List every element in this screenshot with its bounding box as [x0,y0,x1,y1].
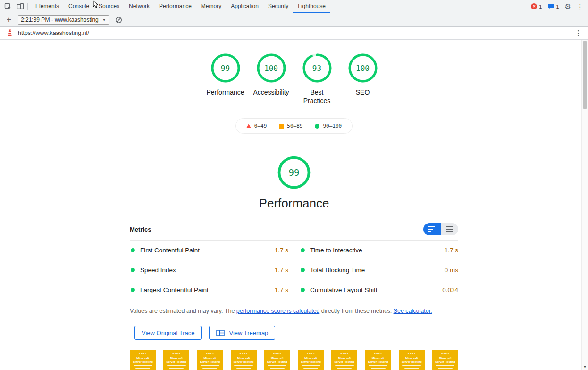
see-calculator-link[interactable]: See calculator. [394,308,432,314]
performance-score: 99 [210,53,241,83]
performance-gauge: 99 [210,53,241,83]
device-toolbar-icon[interactable] [14,1,26,12]
toggle-bar [428,231,431,232]
report-options-kebab-icon[interactable]: ⋮ [575,29,582,37]
metric-value: 1.7 s [275,286,288,293]
thumb-text-line [402,365,421,366]
lighthouse-toolbar: + 2:21:39 PM - www.kaashosting ▼ [0,13,588,27]
thumb-site-logo: KAAS [331,352,357,355]
thumb-site-logo: KAAS [197,352,223,355]
toggle-bar [446,226,453,227]
devtools-tabs: Elements Console Sources Network Perform… [31,0,330,13]
accessibility-label: Accessibility [253,88,289,96]
thumb-text-line [270,368,285,369]
metrics-title: Metrics [130,226,151,233]
scrollbar-thumb[interactable] [583,41,587,109]
tab-memory[interactable]: Memory [196,0,226,13]
disclaimer-text: Values are estimated and may vary. The [130,308,236,314]
thumb-page-title: Minecraft Server Hosting [298,357,324,363]
metric-value: 1.7 s [275,267,288,274]
seo-score: 100 [348,53,378,83]
error-count-badge[interactable]: ✕ 1 [531,3,542,9]
view-original-trace-button[interactable]: View Original Trace [134,326,202,340]
devtools-tabbar: Elements Console Sources Network Perform… [0,0,588,13]
inspect-element-icon[interactable] [2,1,14,12]
tab-performance[interactable]: Performance [154,0,196,13]
tab-security[interactable]: Security [263,0,293,13]
metric-first-contentful-paint: First Contentful Paint 1.7 s [130,241,288,260]
accessibility-score: 100 [256,53,286,83]
metrics-collapsed-view-button[interactable] [423,223,441,235]
tab-application[interactable]: Application [226,0,263,13]
disclaimer-text: directly from these metrics. [319,308,393,314]
thumb-site-logo: KAAS [365,352,391,355]
settings-gear-icon[interactable]: ⚙ [565,2,571,11]
new-report-plus-icon[interactable]: + [4,15,14,25]
metric-pass-dot-icon [131,288,135,292]
metric-value: 1.7 s [275,247,288,254]
error-icon: ✕ [531,3,537,9]
best-practices-label: Best Practices [296,88,338,105]
thumb-text-line [201,365,219,366]
thumb-text-line [236,368,251,369]
performance-big-gauge: 99 [277,155,311,189]
average-square-icon [279,124,284,129]
performance-big-score: 99 [277,155,311,189]
thumb-page-title: Minecraft Server Hosting [399,357,425,363]
tab-sources[interactable]: Sources [94,0,124,13]
thumb-text-line [268,365,286,366]
thumb-text-line [404,368,419,369]
tab-lighthouse[interactable]: Lighthouse [293,0,330,13]
thumb-page-title: Minecraft Server Hosting [365,357,391,363]
tab-console[interactable]: Console [64,0,94,13]
toggle-bar [446,229,453,230]
performance-buttons: View Original Trace View Treemap [130,326,458,340]
fail-triangle-icon [246,124,251,128]
metric-value: 0.034 [442,286,458,293]
thumb-text-line [234,365,253,366]
performance-section-title: Performance [259,196,329,211]
performance-label: Performance [206,88,244,96]
report-select-label: 2:21:39 PM - www.kaashosting [21,17,99,23]
thumb-text-line [169,368,184,369]
legend-average-range: 50–89 [287,123,302,129]
clear-reports-icon[interactable] [113,14,125,26]
thumb-text-line [337,368,352,369]
metrics-header: Metrics [130,223,458,235]
metrics-expanded-view-button[interactable] [441,223,458,235]
metric-value: 0 ms [445,267,458,274]
report-history-select[interactable]: 2:21:39 PM - www.kaashosting ▼ [18,15,109,25]
toggle-bar [446,231,453,232]
issues-count-badge[interactable]: 1 [547,3,559,9]
score-seo[interactable]: 100 SEO [342,53,384,105]
issues-icon [547,3,554,9]
score-calculated-link[interactable]: performance score is calculated [236,308,319,314]
metric-cumulative-layout-shift: Cumulative Layout Shift 0.034 [300,280,458,300]
report-scrollbar[interactable]: ▼ [581,40,588,370]
view-treemap-button[interactable]: View Treemap [209,326,275,340]
issues-count: 1 [556,4,559,9]
filmstrip-thumbnail: KAAS Minecraft Server Hosting [298,350,324,370]
tab-network[interactable]: Network [124,0,154,13]
score-accessibility[interactable]: 100 Accessibility [251,53,292,105]
chevron-down-icon: ▼ [102,18,106,22]
score-performance[interactable]: 99 Performance [205,53,246,105]
view-treemap-label: View Treemap [229,329,268,336]
thumb-text-line [438,368,453,369]
thumb-site-logo: KAAS [130,352,156,355]
thumb-text-line [167,365,186,366]
thumb-site-logo: KAAS [298,352,324,355]
devtools-menu-kebab-icon[interactable]: ⋮ [577,3,583,10]
thumb-page-title: Minecraft Server Hosting [130,357,156,363]
thumb-text-line [369,365,387,366]
tab-elements[interactable]: Elements [31,0,64,13]
thumb-site-logo: KAAS [432,352,458,355]
thumb-site-logo: KAAS [264,352,290,355]
report-url-row: https://www.kaashosting.nl/ ⋮ [0,27,588,40]
scrollbar-down-arrow-icon[interactable]: ▼ [582,365,588,369]
thumb-page-title: Minecraft Server Hosting [231,357,257,363]
thumb-text-line [202,368,217,369]
treemap-icon [216,330,225,336]
metric-label: Speed Index [140,267,275,274]
score-best-practices[interactable]: 93 Best Practices [296,53,338,105]
